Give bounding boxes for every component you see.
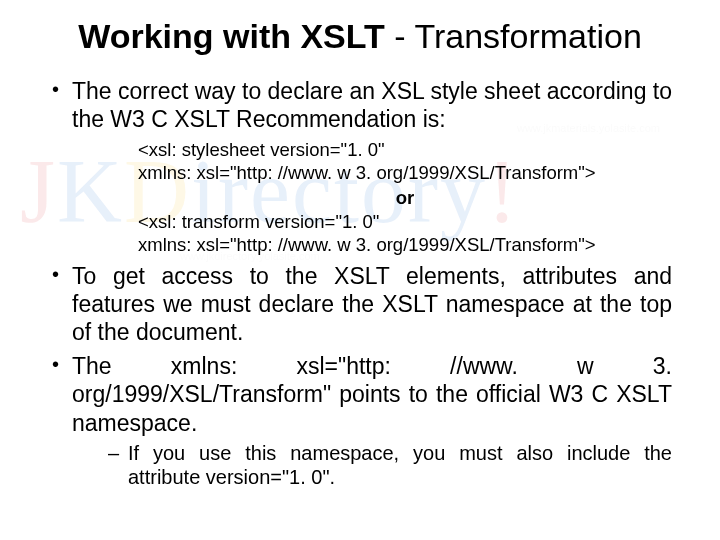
code-line-1b: xmlns: xsl="http: //www. w 3. org/1999/X… [138, 162, 672, 185]
title-rest: - Transformation [385, 17, 642, 55]
code-line-2b: xmlns: xsl="http: //www. w 3. org/1999/X… [138, 234, 672, 257]
code-line-1a: <xsl: stylesheet version="1. 0" [138, 139, 672, 162]
title-bold: Working with XSLT [78, 17, 385, 55]
bullet-3-text: The xmlns: xsl="http: //www. w 3. org/19… [72, 353, 672, 435]
bullet-list: The correct way to declare an XSL style … [48, 77, 672, 133]
sub-bullet-1: If you use this namespace, you must also… [108, 441, 672, 490]
code-block: <xsl: stylesheet version="1. 0" xmlns: x… [138, 139, 672, 256]
bullet-3: The xmlns: xsl="http: //www. w 3. org/19… [48, 352, 672, 489]
code-or: or [138, 187, 672, 210]
slide-content: Working with XSLT - Transformation The c… [0, 0, 720, 540]
bullet-1: The correct way to declare an XSL style … [48, 77, 672, 133]
bullet-list-2: To get access to the XSLT elements, attr… [48, 262, 672, 489]
code-line-2a: <xsl: transform version="1. 0" [138, 211, 672, 234]
slide-title: Working with XSLT - Transformation [48, 18, 672, 55]
sub-bullet-list: If you use this namespace, you must also… [72, 441, 672, 490]
bullet-2: To get access to the XSLT elements, attr… [48, 262, 672, 346]
